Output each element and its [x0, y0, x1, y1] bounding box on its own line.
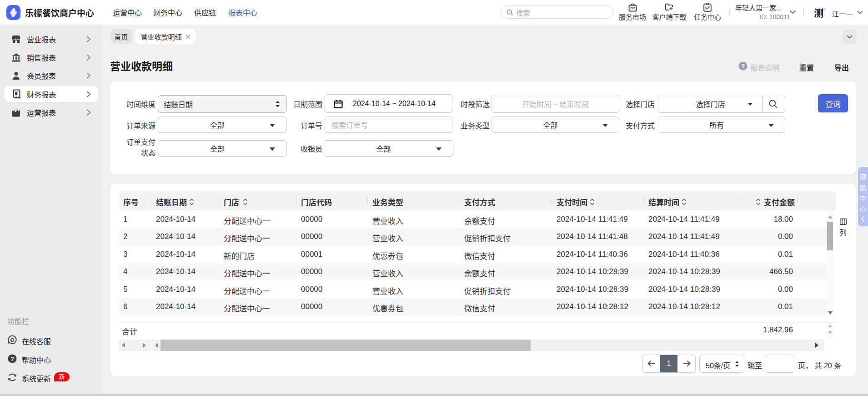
- svg-text:?: ?: [741, 63, 745, 70]
- svg-text:测: 测: [814, 6, 823, 19]
- svg-text:?: ?: [10, 355, 14, 362]
